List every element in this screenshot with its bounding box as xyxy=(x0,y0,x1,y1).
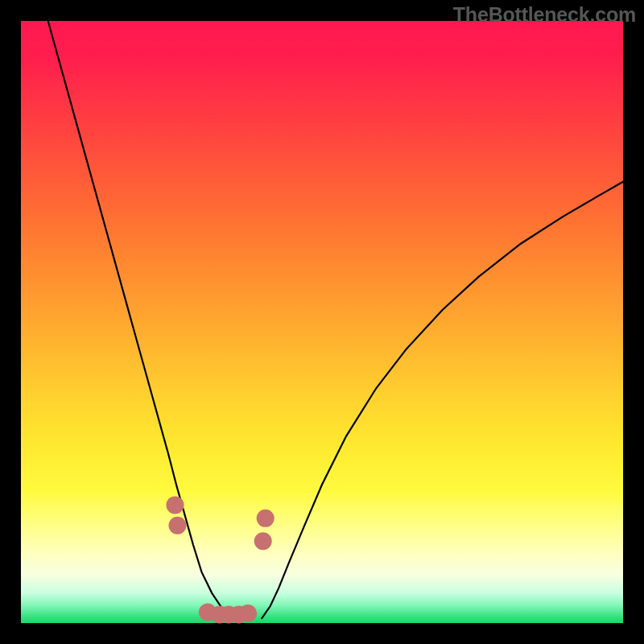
marker xyxy=(166,496,184,514)
chart-overlay xyxy=(21,21,623,623)
marker xyxy=(239,605,257,622)
series-curve-left xyxy=(48,21,234,618)
marker xyxy=(254,532,272,550)
marker xyxy=(168,517,186,535)
watermark-label: TheBottleneck.com xyxy=(453,3,636,27)
series-curve-right xyxy=(262,182,623,618)
marker xyxy=(257,510,275,527)
